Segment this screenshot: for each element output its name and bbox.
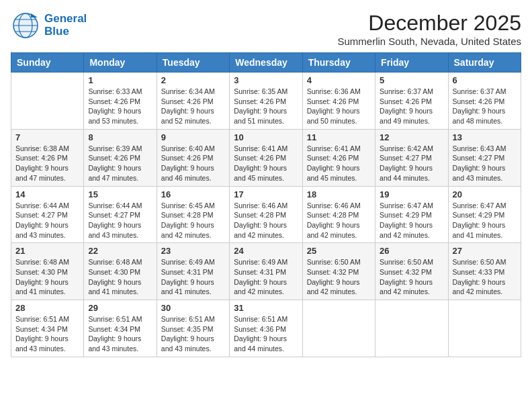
calendar-cell: 13Sunrise: 6:43 AMSunset: 4:27 PMDayligh…: [448, 129, 521, 186]
calendar-cell: 2Sunrise: 6:34 AMSunset: 4:26 PMDaylight…: [157, 73, 229, 130]
day-number: 24: [234, 246, 298, 256]
calendar-cell: [302, 300, 375, 357]
day-number: 28: [15, 303, 79, 313]
page-header: General Blue December 2025 Summerlin Sou…: [11, 11, 521, 47]
day-number: 27: [453, 246, 517, 256]
day-number: 17: [234, 189, 298, 199]
day-info: Sunrise: 6:39 AMSunset: 4:26 PMDaylight:…: [88, 144, 152, 183]
calendar-cell: [11, 73, 84, 130]
calendar-cell: 8Sunrise: 6:39 AMSunset: 4:26 PMDaylight…: [84, 129, 157, 186]
day-number: 9: [161, 132, 225, 142]
day-info: Sunrise: 6:51 AMSunset: 4:34 PMDaylight:…: [15, 314, 79, 354]
day-info: Sunrise: 6:44 AMSunset: 4:27 PMDaylight:…: [88, 201, 152, 240]
day-number: 25: [307, 246, 371, 256]
day-number: 10: [234, 132, 298, 142]
day-info: Sunrise: 6:40 AMSunset: 4:26 PMDaylight:…: [161, 144, 225, 183]
day-number: 19: [380, 189, 443, 199]
calendar-week-row: 21Sunrise: 6:48 AMSunset: 4:30 PMDayligh…: [11, 243, 521, 300]
day-info: Sunrise: 6:48 AMSunset: 4:30 PMDaylight:…: [15, 257, 79, 297]
calendar-cell: 21Sunrise: 6:48 AMSunset: 4:30 PMDayligh…: [11, 243, 84, 300]
day-number: 3: [234, 75, 298, 85]
calendar-cell: 19Sunrise: 6:47 AMSunset: 4:29 PMDayligh…: [375, 186, 448, 243]
calendar-cell: 30Sunrise: 6:51 AMSunset: 4:35 PMDayligh…: [157, 300, 229, 357]
day-info: Sunrise: 6:50 AMSunset: 4:32 PMDaylight:…: [380, 257, 443, 297]
day-number: 20: [453, 189, 517, 199]
calendar-table: SundayMondayTuesdayWednesdayThursdayFrid…: [11, 52, 521, 357]
column-header-tuesday: Tuesday: [157, 53, 229, 73]
calendar-cell: 15Sunrise: 6:44 AMSunset: 4:27 PMDayligh…: [84, 186, 157, 243]
day-number: 2: [161, 75, 225, 85]
day-number: 18: [307, 189, 371, 199]
day-info: Sunrise: 6:51 AMSunset: 4:35 PMDaylight:…: [161, 314, 225, 354]
day-info: Sunrise: 6:44 AMSunset: 4:27 PMDaylight:…: [15, 201, 79, 240]
calendar-week-row: 28Sunrise: 6:51 AMSunset: 4:34 PMDayligh…: [11, 300, 521, 357]
calendar-cell: 10Sunrise: 6:41 AMSunset: 4:26 PMDayligh…: [230, 129, 302, 186]
day-info: Sunrise: 6:41 AMSunset: 4:26 PMDaylight:…: [307, 144, 371, 183]
logo-icon: [11, 11, 40, 40]
calendar-cell: 6Sunrise: 6:37 AMSunset: 4:26 PMDaylight…: [448, 73, 521, 130]
calendar-cell: 4Sunrise: 6:36 AMSunset: 4:26 PMDaylight…: [302, 73, 375, 130]
day-info: Sunrise: 6:51 AMSunset: 4:34 PMDaylight:…: [88, 314, 152, 354]
day-info: Sunrise: 6:51 AMSunset: 4:36 PMDaylight:…: [234, 314, 298, 354]
day-number: 11: [307, 132, 371, 142]
day-info: Sunrise: 6:43 AMSunset: 4:27 PMDaylight:…: [453, 144, 517, 183]
day-info: Sunrise: 6:35 AMSunset: 4:26 PMDaylight:…: [234, 87, 298, 126]
calendar-cell: 11Sunrise: 6:41 AMSunset: 4:26 PMDayligh…: [302, 129, 375, 186]
day-info: Sunrise: 6:47 AMSunset: 4:29 PMDaylight:…: [453, 201, 517, 240]
column-header-monday: Monday: [84, 53, 157, 73]
day-info: Sunrise: 6:49 AMSunset: 4:31 PMDaylight:…: [234, 257, 298, 297]
column-header-saturday: Saturday: [448, 53, 521, 73]
day-info: Sunrise: 6:37 AMSunset: 4:26 PMDaylight:…: [380, 87, 443, 126]
column-header-sunday: Sunday: [11, 53, 84, 73]
calendar-cell: 1Sunrise: 6:33 AMSunset: 4:26 PMDaylight…: [84, 73, 157, 130]
column-header-friday: Friday: [375, 53, 448, 73]
calendar-cell: 12Sunrise: 6:42 AMSunset: 4:27 PMDayligh…: [375, 129, 448, 186]
day-info: Sunrise: 6:37 AMSunset: 4:26 PMDaylight:…: [453, 87, 517, 126]
day-number: 21: [15, 246, 79, 256]
calendar-cell: 22Sunrise: 6:48 AMSunset: 4:30 PMDayligh…: [84, 243, 157, 300]
calendar-cell: [448, 300, 521, 357]
calendar-cell: 27Sunrise: 6:50 AMSunset: 4:33 PMDayligh…: [448, 243, 521, 300]
calendar-cell: 3Sunrise: 6:35 AMSunset: 4:26 PMDaylight…: [230, 73, 302, 130]
day-number: 1: [88, 75, 152, 85]
calendar-cell: [375, 300, 448, 357]
calendar-cell: 5Sunrise: 6:37 AMSunset: 4:26 PMDaylight…: [375, 73, 448, 130]
day-number: 13: [453, 132, 517, 142]
day-info: Sunrise: 6:49 AMSunset: 4:31 PMDaylight:…: [161, 257, 225, 297]
day-info: Sunrise: 6:50 AMSunset: 4:33 PMDaylight:…: [453, 257, 517, 297]
day-info: Sunrise: 6:42 AMSunset: 4:27 PMDaylight:…: [380, 144, 443, 183]
day-number: 16: [161, 189, 225, 199]
calendar-cell: 20Sunrise: 6:47 AMSunset: 4:29 PMDayligh…: [448, 186, 521, 243]
calendar-cell: 25Sunrise: 6:50 AMSunset: 4:32 PMDayligh…: [302, 243, 375, 300]
logo-line1: General: [44, 13, 87, 26]
day-number: 7: [15, 132, 79, 142]
day-info: Sunrise: 6:48 AMSunset: 4:30 PMDaylight:…: [88, 257, 152, 297]
logo: General Blue: [11, 11, 87, 40]
calendar-cell: 31Sunrise: 6:51 AMSunset: 4:36 PMDayligh…: [230, 300, 302, 357]
day-info: Sunrise: 6:41 AMSunset: 4:26 PMDaylight:…: [234, 144, 298, 183]
calendar-cell: 29Sunrise: 6:51 AMSunset: 4:34 PMDayligh…: [84, 300, 157, 357]
title-area: December 2025 Summerlin South, Nevada, U…: [338, 11, 521, 47]
day-number: 29: [88, 303, 152, 313]
svg-marker-5: [31, 13, 38, 17]
month-title: December 2025: [338, 11, 521, 36]
day-info: Sunrise: 6:46 AMSunset: 4:28 PMDaylight:…: [234, 201, 298, 240]
day-number: 8: [88, 132, 152, 142]
calendar-week-row: 1Sunrise: 6:33 AMSunset: 4:26 PMDaylight…: [11, 73, 521, 130]
day-info: Sunrise: 6:45 AMSunset: 4:28 PMDaylight:…: [161, 201, 225, 240]
day-number: 23: [161, 246, 225, 256]
day-number: 15: [88, 189, 152, 199]
day-number: 4: [307, 75, 371, 85]
calendar-cell: 14Sunrise: 6:44 AMSunset: 4:27 PMDayligh…: [11, 186, 84, 243]
day-info: Sunrise: 6:38 AMSunset: 4:26 PMDaylight:…: [15, 144, 79, 183]
calendar-cell: 18Sunrise: 6:46 AMSunset: 4:28 PMDayligh…: [302, 186, 375, 243]
day-number: 26: [380, 246, 443, 256]
calendar-cell: 28Sunrise: 6:51 AMSunset: 4:34 PMDayligh…: [11, 300, 84, 357]
day-info: Sunrise: 6:33 AMSunset: 4:26 PMDaylight:…: [88, 87, 152, 126]
day-number: 12: [380, 132, 443, 142]
day-number: 5: [380, 75, 443, 85]
column-header-thursday: Thursday: [302, 53, 375, 73]
day-number: 30: [161, 303, 225, 313]
calendar-cell: 23Sunrise: 6:49 AMSunset: 4:31 PMDayligh…: [157, 243, 229, 300]
day-info: Sunrise: 6:36 AMSunset: 4:26 PMDaylight:…: [307, 87, 371, 126]
